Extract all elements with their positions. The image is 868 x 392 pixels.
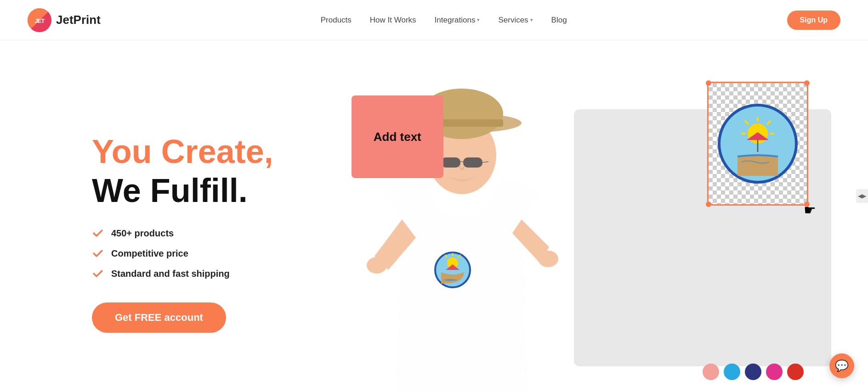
svg-point-14: [538, 251, 558, 267]
pointer-cursor-icon: ☛: [804, 202, 816, 218]
hero-features-list: 450+ products Competitive price Standard…: [92, 227, 273, 280]
nav-services[interactable]: Services ▾: [498, 16, 533, 25]
swatch-salmon[interactable]: [703, 364, 719, 380]
cta-button[interactable]: Get FREE account: [92, 302, 226, 333]
signup-button[interactable]: Sign Up: [787, 11, 840, 30]
hero-title-colored: You Create,: [92, 134, 273, 170]
hero-section: You Create, We Fulfill. 450+ products Co…: [0, 40, 868, 392]
swatch-pink[interactable]: [766, 364, 783, 380]
logo-text: JetPrint: [56, 13, 101, 27]
collapse-arrow[interactable]: ◀▶: [856, 189, 868, 203]
swatch-blue[interactable]: [724, 364, 740, 380]
svg-rect-9: [463, 157, 482, 168]
svg-rect-8: [441, 157, 460, 168]
corner-handle-tl: [706, 80, 711, 86]
hero-title-dark: We Fulfill.: [92, 173, 273, 209]
nav-how-it-works[interactable]: How It Works: [370, 16, 416, 25]
nav-integrations[interactable]: Integrations ▾: [435, 16, 480, 25]
corner-handle-tr: [804, 80, 810, 86]
add-text-label: Add text: [374, 130, 421, 144]
feature-item-3: Standard and fast shipping: [92, 268, 273, 280]
logo-design-svg: [716, 102, 799, 185]
chat-bubble-button[interactable]: 💬: [829, 353, 854, 378]
navbar: JET JetPrint Products How It Works Integ…: [0, 0, 868, 40]
svg-point-13: [367, 257, 387, 274]
nav-blog[interactable]: Blog: [551, 16, 567, 25]
hero-design-area: Add text: [301, 73, 831, 392]
services-chevron-icon: ▾: [530, 17, 533, 23]
corner-handle-bl: [706, 202, 711, 207]
chat-icon: 💬: [835, 359, 849, 372]
color-swatches: [703, 364, 804, 380]
check-icon-3: [92, 268, 104, 280]
check-icon-1: [92, 227, 104, 239]
collapse-icon: ◀▶: [858, 193, 866, 199]
logo-icon: JET: [28, 8, 51, 32]
checkered-bg: [709, 83, 807, 204]
nav-products[interactable]: Products: [321, 16, 352, 25]
feature-item-2: Competitive price: [92, 247, 273, 259]
design-card[interactable]: ☛: [707, 82, 808, 206]
integrations-chevron-icon: ▾: [477, 17, 480, 23]
nav-links: Products How It Works Integrations ▾ Ser…: [321, 16, 567, 25]
feature-item-1: 450+ products: [92, 227, 273, 239]
swatch-red[interactable]: [787, 364, 804, 380]
logo[interactable]: JET JetPrint: [28, 8, 101, 32]
svg-text:JET: JET: [35, 17, 45, 24]
check-icon-2: [92, 247, 104, 259]
hero-content: You Create, We Fulfill. 450+ products Co…: [92, 134, 273, 333]
add-text-card[interactable]: Add text: [352, 95, 443, 178]
swatch-navy[interactable]: [745, 364, 761, 380]
